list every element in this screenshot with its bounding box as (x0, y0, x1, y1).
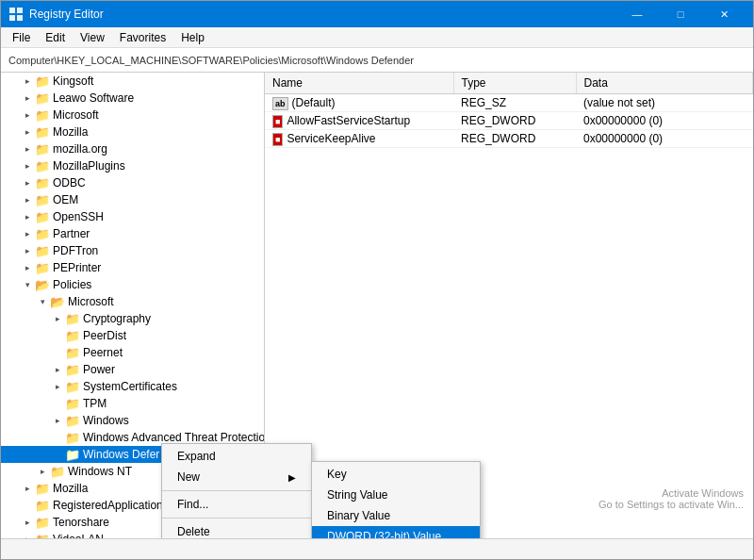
tree-expander[interactable]: ▸ (20, 140, 35, 157)
tree-expander[interactable]: ▸ (35, 463, 50, 480)
tree-item-label: Mozilla (53, 482, 88, 495)
tree-expander[interactable] (50, 446, 65, 463)
tree-item[interactable]: ▸📁Cryptography (1, 310, 264, 327)
folder-icon: 📂 (35, 277, 50, 292)
tree-expander[interactable]: ▸ (20, 90, 35, 107)
tree-expander[interactable]: ▸ (20, 242, 35, 259)
status-bar (1, 538, 753, 559)
folder-icon: 📁 (65, 345, 80, 360)
folder-icon: 📁 (65, 413, 80, 428)
menu-file[interactable]: File (5, 27, 38, 47)
sub-menu-item[interactable]: DWORD (32-bit) Value (312, 526, 480, 538)
tree-expander[interactable] (50, 395, 65, 412)
ctx-delete[interactable]: Delete (162, 521, 311, 538)
tree-item-label: OEM (53, 193, 78, 206)
tree-item[interactable]: ▾📂Microsoft (1, 293, 264, 310)
folder-icon: 📁 (35, 91, 50, 106)
sub-context-menu: KeyString ValueBinary ValueDWORD (32-bit… (311, 461, 481, 538)
tree-expander[interactable]: ▾ (35, 293, 50, 310)
tree-expander[interactable]: ▸ (50, 412, 65, 429)
tree-item-label: Kingsoft (53, 74, 93, 88)
tree-item[interactable]: ▸📁SystemCertificates (1, 378, 264, 395)
ctx-sep2 (162, 518, 311, 519)
folder-icon: 📁 (35, 107, 50, 123)
tree-expander[interactable]: ▸ (50, 378, 65, 395)
tree-item[interactable]: ▸📁Leawo Software (1, 90, 264, 107)
tree-item[interactable]: ▸📁mozilla.org (1, 140, 264, 157)
tree-expander[interactable]: ▸ (20, 157, 35, 174)
tree-item[interactable]: ▸📁MozillaPlugins (1, 157, 264, 174)
tree-item-label: Mozilla (53, 125, 88, 139)
tree-item[interactable]: 📁TPM (1, 395, 264, 412)
value-data: (value not set) (576, 93, 753, 111)
main-content: ▸📁Kingsoft▸📁Leawo Software▸📁Microsoft▸📁M… (1, 73, 753, 538)
sub-menu-item[interactable]: Binary Value (312, 505, 480, 526)
tree-item[interactable]: ▸📁Power (1, 361, 264, 378)
sub-menu-item[interactable]: String Value (312, 485, 480, 505)
tree-item[interactable]: ▸📁Partner (1, 225, 264, 242)
folder-icon: 📁 (35, 124, 50, 140)
tree-expander[interactable]: ▾ (20, 276, 35, 293)
tree-item[interactable]: ▾📂Policies (1, 276, 264, 293)
tree-expander[interactable]: ▸ (20, 174, 35, 191)
folder-icon: 📁 (65, 311, 80, 326)
tree-expander[interactable]: ▸ (50, 310, 65, 327)
maximize-button[interactable]: □ (659, 1, 702, 27)
value-data: 0x00000000 (0) (576, 111, 753, 129)
table-row[interactable]: ■ServiceKeepAliveREG_DWORD0x00000000 (0) (265, 129, 753, 147)
tree-item[interactable]: ▸📁ODBC (1, 174, 264, 191)
folder-icon: 📂 (50, 294, 65, 309)
menu-help[interactable]: Help (173, 27, 212, 47)
close-button[interactable]: ✕ (702, 1, 746, 27)
ctx-expand[interactable]: Expand (162, 446, 311, 467)
value-name: ■AllowFastServiceStartup (265, 111, 453, 129)
tree-item[interactable]: ▸📁Kingsoft (1, 73, 264, 90)
menu-edit[interactable]: Edit (38, 27, 73, 47)
tree-expander[interactable]: ▸ (20, 480, 35, 497)
tree-item[interactable]: ▸📁Mozilla (1, 124, 264, 140)
tree-expander[interactable] (50, 344, 65, 361)
tree-item[interactable]: ▸📁OpenSSH (1, 208, 264, 225)
tree-expander[interactable]: ▸ (20, 531, 35, 538)
tree-item[interactable]: 📁Peernet (1, 344, 264, 361)
tree-item[interactable]: 📁PeerDist (1, 327, 264, 344)
tree-expander[interactable]: ▸ (20, 225, 35, 242)
folder-icon: 📁 (65, 430, 80, 445)
tree-item[interactable]: ▸📁Windows (1, 412, 264, 429)
tree-item-label: OpenSSH (53, 210, 104, 223)
tree-expander[interactable]: ▸ (20, 73, 35, 90)
tree-item[interactable]: ▸📁PDFTron (1, 242, 264, 259)
menu-favorites[interactable]: Favorites (112, 27, 173, 47)
tree-expander[interactable]: ▸ (20, 124, 35, 140)
tree-expander[interactable] (20, 497, 35, 514)
tree-expander[interactable]: ▸ (20, 208, 35, 225)
tree-expander[interactable]: ▸ (20, 107, 35, 124)
folder-icon: 📁 (35, 532, 50, 538)
tree-expander[interactable] (50, 327, 65, 344)
value-type: REG_DWORD (453, 129, 576, 147)
table-row[interactable]: ■AllowFastServiceStartupREG_DWORD0x00000… (265, 111, 753, 129)
sub-menu-item[interactable]: Key (312, 464, 480, 485)
table-row[interactable]: ab(Default)REG_SZ(value not set) (265, 93, 753, 111)
tree-expander[interactable] (50, 429, 65, 446)
tree-item-label: Microsoft (53, 108, 99, 122)
tree-expander[interactable]: ▸ (20, 514, 35, 531)
tree-item-label: mozilla.org (53, 142, 107, 156)
tree-expander[interactable]: ▸ (50, 361, 65, 378)
tree-item[interactable]: ▸📁Microsoft (1, 107, 264, 124)
col-data: Data (576, 73, 753, 93)
registry-editor-window: Registry Editor — □ ✕ File Edit View Fav… (0, 0, 754, 560)
folder-icon: 📁 (65, 396, 80, 411)
folder-icon: 📁 (35, 209, 50, 224)
tree-item[interactable]: ▸📁OEM (1, 191, 264, 208)
menu-view[interactable]: View (73, 27, 112, 47)
folder-icon: 📁 (65, 328, 80, 343)
minimize-button[interactable]: — (615, 1, 659, 27)
ctx-find[interactable]: Find... (162, 494, 311, 515)
tree-expander[interactable]: ▸ (20, 259, 35, 276)
ctx-new[interactable]: New▶ (162, 467, 311, 487)
tree-item-label: SystemCertificates (83, 380, 177, 393)
tree-item-label: Partner (53, 227, 90, 240)
tree-expander[interactable]: ▸ (20, 191, 35, 208)
tree-item[interactable]: ▸📁PEPrinter (1, 259, 264, 276)
